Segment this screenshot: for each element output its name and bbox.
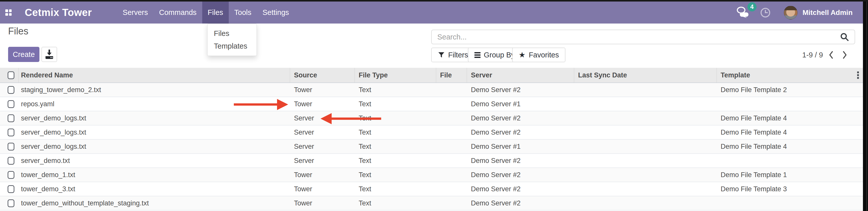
menu-files[interactable]: Files [202, 2, 229, 24]
cell-last-sync-date[interactable] [574, 168, 717, 182]
create-button[interactable]: Create [8, 47, 39, 62]
cell-rendered-name[interactable]: staging_tower_demo_2.txt [19, 83, 290, 97]
cell-file-type[interactable]: Text [355, 125, 436, 139]
cell-rendered-name[interactable]: server_demo.txt [19, 154, 290, 168]
cell-template[interactable] [717, 97, 863, 111]
cell-file-type[interactable]: Text [355, 83, 436, 97]
cell-server[interactable]: Demo Server #1 [467, 97, 574, 111]
table-row[interactable]: tower_demo_3.txt Tower Text Demo Server … [0, 182, 863, 196]
cell-rendered-name[interactable]: server_demo_logs.txt [19, 125, 290, 139]
select-all-checkbox[interactable] [8, 71, 14, 79]
cell-template[interactable]: Demo File Template 4 [717, 125, 863, 139]
cell-source[interactable]: Server [290, 111, 355, 125]
activity-clock-icon[interactable] [760, 7, 771, 18]
row-checkbox[interactable] [8, 128, 14, 137]
cell-template[interactable] [717, 154, 863, 168]
cell-last-sync-date[interactable] [574, 154, 717, 168]
search-input[interactable] [432, 33, 840, 41]
cell-server[interactable]: Demo Server #2 [467, 83, 574, 97]
cell-file[interactable] [436, 182, 467, 196]
table-row[interactable]: tower_demo_1.txt Tower Text Demo Server … [0, 168, 863, 182]
cell-source[interactable]: Tower [290, 196, 355, 210]
cell-last-sync-date[interactable] [574, 140, 717, 153]
cell-source[interactable]: Tower [290, 182, 355, 196]
cell-rendered-name[interactable]: server_demo_logs.txt [19, 140, 290, 153]
import-button[interactable] [41, 47, 57, 62]
menu-settings[interactable]: Settings [257, 2, 294, 24]
cell-rendered-name[interactable]: server_demo_logs.txt [19, 111, 290, 125]
cell-file[interactable] [436, 125, 467, 139]
cell-last-sync-date[interactable] [574, 182, 717, 196]
cell-last-sync-date[interactable] [574, 83, 717, 97]
search-icon[interactable] [840, 32, 849, 41]
cell-file[interactable] [436, 140, 467, 153]
column-header-rendered-name[interactable]: Rendered Name [19, 68, 290, 83]
menu-commands[interactable]: Commands [153, 2, 202, 24]
cell-template[interactable]: Demo File Template 4 [717, 111, 863, 125]
row-checkbox[interactable] [8, 185, 14, 193]
row-checkbox[interactable] [8, 143, 14, 151]
dropdown-item-files[interactable]: Files [208, 27, 256, 40]
cell-file[interactable] [436, 168, 467, 182]
optional-columns-icon[interactable] [857, 71, 859, 79]
table-row[interactable]: repos.yaml Tower Text Demo Server #1 [0, 97, 863, 111]
column-header-last-sync-date[interactable]: Last Sync Date [574, 68, 717, 83]
column-header-template[interactable]: Template [717, 68, 863, 83]
cell-last-sync-date[interactable] [574, 196, 717, 210]
cell-server[interactable]: Demo Server #2 [467, 111, 574, 125]
cell-server[interactable]: Demo Server #2 [467, 196, 574, 210]
menu-tools[interactable]: Tools [229, 2, 257, 24]
pager-previous-button[interactable] [826, 49, 837, 61]
cell-source[interactable]: Tower [290, 83, 355, 97]
cell-template[interactable] [717, 196, 863, 210]
table-row[interactable]: tower_demo_without_template_staging.txt … [0, 196, 863, 210]
cell-file-type[interactable]: Text [355, 97, 436, 111]
cell-last-sync-date[interactable] [574, 97, 717, 111]
messages-icon[interactable]: 4 [736, 6, 749, 19]
cell-file[interactable] [436, 154, 467, 168]
cell-source[interactable]: Server [290, 154, 355, 168]
row-checkbox[interactable] [8, 114, 14, 122]
menu-servers[interactable]: Servers [117, 2, 153, 24]
cell-file-type[interactable]: Text [355, 196, 436, 210]
cell-server[interactable]: Demo Server #1 [467, 140, 574, 153]
pager-next-button[interactable] [839, 49, 850, 61]
row-checkbox[interactable] [8, 199, 14, 207]
cell-file-type[interactable]: Text [355, 140, 436, 153]
cell-server[interactable]: Demo Server #2 [467, 182, 574, 196]
apps-grid-icon[interactable] [5, 9, 12, 16]
favorites-button[interactable]: ★ Favorites [512, 48, 565, 62]
table-row[interactable]: server_demo.txt Server Text Demo Server … [0, 154, 863, 168]
table-row[interactable]: server_demo_logs.txt Server Text Demo Se… [0, 140, 863, 154]
cell-source[interactable]: Tower [290, 97, 355, 111]
cell-server[interactable]: Demo Server #2 [467, 125, 574, 139]
column-header-file-type[interactable]: File Type [355, 68, 436, 83]
cell-file[interactable] [436, 196, 467, 210]
cell-file-type[interactable]: Text [355, 168, 436, 182]
cell-rendered-name[interactable]: repos.yaml [19, 97, 290, 111]
cell-template[interactable]: Demo File Template 2 [717, 83, 863, 97]
row-checkbox[interactable] [8, 157, 14, 165]
table-row[interactable]: server_demo_logs.txt Server Text Demo Se… [0, 125, 863, 140]
row-checkbox[interactable] [8, 171, 14, 179]
cell-server[interactable]: Demo Server #2 [467, 168, 574, 182]
cell-source[interactable]: Server [290, 125, 355, 139]
cell-rendered-name[interactable]: tower_demo_1.txt [19, 168, 290, 182]
cell-template[interactable]: Demo File Template 3 [717, 182, 863, 196]
cell-last-sync-date[interactable] [574, 125, 717, 139]
dropdown-item-templates[interactable]: Templates [208, 40, 256, 52]
cell-rendered-name[interactable]: tower_demo_3.txt [19, 182, 290, 196]
cell-server[interactable]: Demo Server #2 [467, 154, 574, 168]
cell-rendered-name[interactable]: tower_demo_without_template_staging.txt [19, 196, 290, 210]
cell-file[interactable] [436, 97, 467, 111]
cell-file[interactable] [436, 83, 467, 97]
cell-source[interactable]: Server [290, 140, 355, 153]
column-header-file[interactable]: File [436, 68, 467, 83]
cell-template[interactable]: Demo File Template 4 [717, 140, 863, 153]
user-name[interactable]: Mitchell Admin [803, 9, 852, 17]
cell-template[interactable]: Demo File Template 1 [717, 168, 863, 182]
cell-file-type[interactable]: Text [355, 154, 436, 168]
table-row[interactable]: server_demo_logs.txt Server Text Demo Se… [0, 111, 863, 125]
cell-file-type[interactable]: Text [355, 111, 436, 125]
column-header-source[interactable]: Source [290, 68, 355, 83]
